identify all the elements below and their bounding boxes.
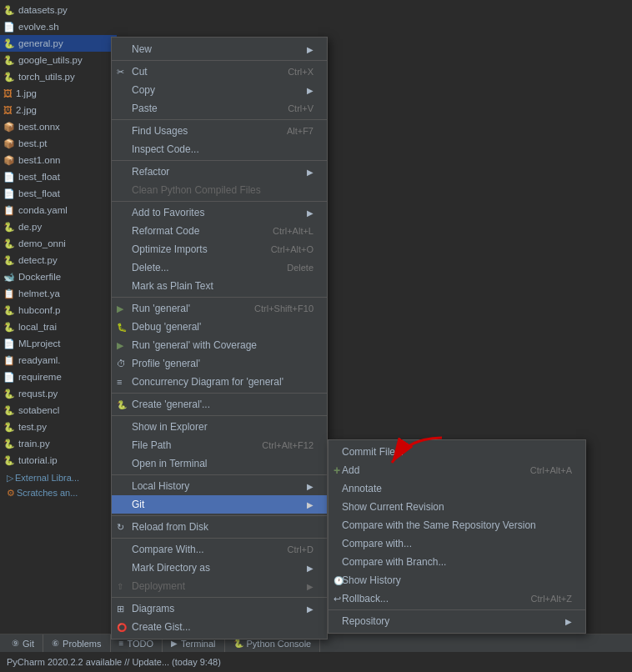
menu-item-create-gist[interactable]: ⭕ Create Gist... (112, 618, 327, 636)
git-menu-compare-with[interactable]: Compare with... (329, 534, 585, 553)
file-item[interactable]: 📄 requireme (0, 369, 117, 385)
menu-item-run[interactable]: ▶ Run 'general' Ctrl+Shift+F10 (112, 299, 327, 318)
menu-item-local-history[interactable]: Local History ▶ (112, 477, 327, 495)
menu-item-paste[interactable]: Paste Ctrl+V (112, 99, 327, 118)
menu-label: Optimize Imports (132, 243, 254, 255)
file-item[interactable]: 📄 best_float (0, 168, 117, 185)
git-menu-commit[interactable]: Commit File... (329, 443, 585, 461)
file-item[interactable]: 🐍 de.py (0, 218, 117, 235)
file-item[interactable]: 🐍 tutorial.ip (0, 452, 117, 469)
menu-item-reload[interactable]: ↻ Reload from Disk (112, 518, 327, 536)
file-item[interactable]: 📋 helmet.ya (0, 285, 117, 302)
git-menu-compare-branch[interactable]: Compare with Branch... (329, 553, 585, 571)
file-item[interactable]: 🐋 Dockerfile (0, 268, 117, 285)
file-name: de.py (18, 222, 42, 232)
docker-icon: 🐋 (3, 272, 15, 283)
menu-item-mark-plain[interactable]: Mark as Plain Text (112, 277, 327, 295)
menu-item-refactor[interactable]: Refactor ▶ (112, 163, 327, 181)
menu-item-run-coverage[interactable]: ▶ Run 'general' with Coverage (112, 336, 327, 354)
section-arrow: ▷ (7, 473, 13, 484)
menu-item-create[interactable]: 🐍 Create 'general'... (112, 395, 327, 414)
menu-item-new[interactable]: New ▶ (112, 40, 327, 58)
arrow-icon: ▶ (307, 582, 313, 591)
arrow-icon: ▶ (307, 604, 313, 614)
shortcut: Ctrl+Alt+Z (530, 594, 572, 604)
file-item[interactable]: 🐍 requst.py (0, 385, 117, 402)
menu-item-optimize[interactable]: Optimize Imports Ctrl+Alt+O (112, 240, 327, 258)
file-item[interactable]: 🐍 hubconf.p (0, 302, 117, 318)
menu-item-compare-with[interactable]: Compare With... Ctrl+D (112, 540, 327, 559)
separator (112, 297, 327, 298)
menu-item-inspect[interactable]: Inspect Code... (112, 140, 327, 158)
menu-item-concurrency[interactable]: ≡ Concurrency Diagram for 'general' (112, 373, 327, 391)
arrow-icon: ▶ (307, 86, 313, 95)
file-item[interactable]: 🐍 sotabencl (0, 402, 117, 419)
py-icon: 🐍 (3, 222, 15, 233)
menu-label: Local History (132, 480, 307, 492)
menu-item-deployment[interactable]: ⇧ Deployment ▶ (112, 577, 327, 595)
git-menu-add[interactable]: + Add Ctrl+Alt+A (329, 461, 585, 479)
menu-item-open-terminal[interactable]: Open in Terminal (112, 454, 327, 473)
file-name: detect.py (18, 255, 58, 265)
file-item-selected[interactable]: 🐍 general.py (0, 35, 117, 52)
file-icon: 📄 (3, 339, 15, 349)
file-item[interactable]: 📄 MLproject (0, 335, 117, 352)
menu-item-add-favorites[interactable]: Add to Favorites ▶ (112, 203, 327, 222)
separator (112, 538, 327, 539)
menu-item-file-path[interactable]: File Path Ctrl+Alt+F12 (112, 436, 327, 454)
menu-item-git[interactable]: Git ▶ (112, 495, 327, 514)
menu-item-copy[interactable]: Copy ▶ (112, 81, 327, 99)
concurrency-icon: ≡ (117, 377, 122, 387)
file-name: best.onnx (18, 122, 60, 132)
file-item[interactable]: 🐍 google_utils.py (0, 52, 117, 68)
tab-problems[interactable]: ⑥ Problems (43, 634, 110, 653)
file-name: 2.jpg (16, 105, 37, 115)
file-item[interactable]: 📋 conda.yaml (0, 202, 117, 218)
file-item[interactable]: 🐍 local_trai (0, 318, 117, 335)
file-item[interactable]: 🐍 demo_onni (0, 235, 117, 252)
file-item[interactable]: 🐍 test.py (0, 419, 117, 435)
file-item[interactable]: 📄 evolve.sh (0, 18, 117, 35)
file-item[interactable]: 🐍 datasets.py (0, 2, 117, 18)
menu-label: Annotate (342, 483, 572, 494)
git-menu-repository[interactable]: Repository ▶ (329, 612, 585, 630)
file-name: test.py (18, 422, 47, 432)
tree-section-external[interactable]: ▷ External Libra... (0, 470, 117, 485)
yaml-icon: 📋 (3, 355, 15, 366)
tab-git[interactable]: ⑨ Git (3, 634, 43, 653)
file-item[interactable]: 📦 best1.onn (0, 152, 117, 168)
section-label: Scratches an... (17, 488, 78, 498)
file-item[interactable]: 🖼 2.jpg (0, 102, 117, 118)
menu-item-delete[interactable]: Delete... Delete (112, 258, 327, 277)
menu-item-show-explorer[interactable]: Show in Explorer (112, 418, 327, 436)
git-menu-show-revision[interactable]: Show Current Revision (329, 498, 585, 516)
py-icon: 🐍 (3, 305, 15, 316)
git-menu-annotate[interactable]: Annotate (329, 479, 585, 498)
file-item[interactable]: 📋 readyaml. (0, 352, 117, 369)
file-icon: 📄 (3, 372, 15, 383)
file-item[interactable]: 🐍 torch_utils.py (0, 68, 117, 85)
terminal-tab-icon: ▶ (171, 639, 178, 648)
menu-item-cut[interactable]: ✂ Cut Ctrl+X (112, 63, 327, 81)
file-item[interactable]: 🐍 detect.py (0, 252, 117, 268)
file-item[interactable]: 📦 best.onnx (0, 118, 117, 135)
menu-item-profile[interactable]: ⏱ Profile 'general' (112, 354, 327, 373)
file-item[interactable]: 📄 best_float (0, 185, 117, 202)
menu-item-diagrams[interactable]: ⊞ Diagrams ▶ (112, 599, 327, 618)
file-item[interactable]: 🐍 train.py (0, 435, 117, 452)
onnx-icon: 📦 (3, 122, 15, 133)
menu-item-debug[interactable]: 🐛 Debug 'general' (112, 318, 327, 336)
menu-item-reformat[interactable]: Reformat Code Ctrl+Alt+L (112, 222, 327, 240)
git-menu-rollback[interactable]: ↩ Rollback... Ctrl+Alt+Z (329, 589, 585, 608)
todo-tab-icon: ≡ (119, 639, 124, 648)
menu-label: Copy (132, 84, 307, 96)
git-menu-show-history[interactable]: 🕐 Show History (329, 571, 585, 589)
menu-item-mark-directory[interactable]: Mark Directory as ▶ (112, 559, 327, 577)
menu-item-find-usages[interactable]: Find Usages Alt+F7 (112, 122, 327, 140)
file-name: torch_utils.py (18, 72, 75, 82)
git-menu-compare-same[interactable]: Compare with the Same Repository Version (329, 516, 585, 534)
shortcut: Ctrl+Alt+O (271, 244, 313, 254)
tree-section-scratches[interactable]: ⚙ Scratches an... (0, 485, 117, 500)
file-item[interactable]: 📦 best.pt (0, 135, 117, 152)
file-item[interactable]: 🖼 1.jpg (0, 85, 117, 102)
